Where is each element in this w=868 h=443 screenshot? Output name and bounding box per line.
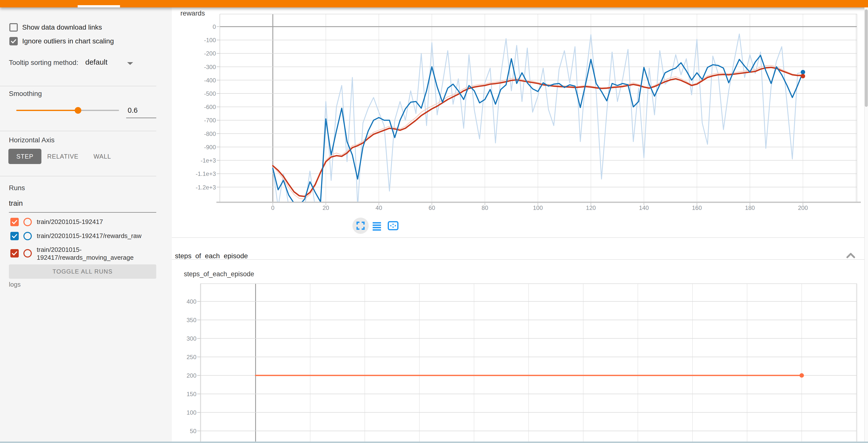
divider [172, 237, 864, 238]
top-toolbar [0, 0, 868, 7]
chart-toolbar [352, 217, 401, 234]
horizontal-axis-label: Horizontal Axis [9, 136, 55, 144]
rewards-plot-area[interactable] [220, 14, 857, 202]
run-row-2[interactable]: train/20201015-192417/rewards_raw [10, 232, 161, 240]
ignore-outliers-row[interactable]: Ignore outliers in chart scaling [9, 37, 114, 46]
axis-relative-button[interactable]: RELATIVE [47, 149, 79, 164]
check-icon [11, 219, 18, 225]
expand-chart-button[interactable] [352, 217, 369, 234]
divider [0, 131, 156, 131]
run-label: train/20201015-192417/rewards_moving_ave… [37, 246, 161, 262]
window-bottom-edge [0, 442, 868, 443]
show-data-download-links-checkbox[interactable] [9, 23, 18, 32]
smoothing-label: Smoothing [9, 90, 42, 98]
run-label: train/20201015-192417/rewards_raw [37, 232, 161, 240]
check-icon [11, 250, 18, 257]
fit-domain-button[interactable] [385, 217, 401, 234]
run-checkbox[interactable] [10, 218, 19, 226]
checkbox-label: Ignore outliers in chart scaling [22, 37, 114, 45]
chevron-up-icon [846, 252, 856, 259]
divider [0, 86, 156, 86]
tooltip-sorting-select[interactable]: default [85, 58, 107, 66]
toggle-all-runs-button[interactable]: TOGGLE ALL RUNS [9, 264, 156, 279]
tensorboard-app: Show data download links Ignore outliers… [0, 0, 868, 443]
smoothing-value-field[interactable]: 0.6 [126, 106, 158, 114]
run-color-radio[interactable] [23, 232, 32, 240]
run-row-1[interactable]: train/20201015-192417 [10, 218, 161, 226]
input-underline [9, 212, 156, 213]
run-checkbox[interactable] [10, 249, 19, 258]
active-tab-indicator [78, 5, 120, 7]
settings-sidebar: Show data download links Ignore outliers… [0, 7, 172, 443]
slider-fill [16, 110, 78, 111]
check-icon [10, 38, 17, 45]
smoothing-slider-handle[interactable] [75, 107, 81, 114]
steps-chart-title: steps_of_each_episode [184, 270, 254, 278]
show-data-download-links-row[interactable]: Show data download links [9, 23, 102, 32]
checkbox-label: Show data download links [22, 24, 102, 31]
check-icon [11, 233, 18, 239]
scrollbar-thumb[interactable] [865, 9, 868, 107]
run-color-radio[interactable] [23, 218, 32, 226]
runs-table-button[interactable] [369, 217, 385, 234]
logdir-label: logs [9, 281, 21, 288]
collapse-section-button[interactable] [845, 250, 857, 261]
axis-wall-button[interactable]: WALL [87, 149, 118, 164]
expand-icon [355, 221, 366, 231]
page-scrollbar[interactable] [864, 7, 868, 443]
ignore-outliers-checkbox[interactable] [9, 37, 18, 46]
divider [172, 259, 864, 260]
steps-plot-area[interactable] [200, 284, 857, 443]
fit-domain-icon [388, 220, 399, 231]
chevron-down-icon[interactable] [127, 62, 133, 65]
axis-step-button[interactable]: STEP [8, 149, 41, 164]
divider [0, 176, 156, 176]
run-row-3[interactable]: train/20201015-192417/rewards_moving_ave… [10, 246, 161, 262]
run-checkbox[interactable] [10, 232, 19, 240]
rewards-chart-title: rewards [180, 9, 205, 17]
run-color-radio[interactable] [23, 249, 32, 258]
run-filter-input[interactable] [9, 199, 147, 207]
data-table-icon [371, 220, 382, 231]
runs-label: Runs [9, 184, 25, 192]
steps-section-header[interactable]: steps_of_each_episode [172, 245, 864, 267]
run-label: train/20201015-192417 [37, 218, 161, 226]
smoothing-slider[interactable] [16, 110, 119, 111]
input-underline [126, 118, 156, 118]
tooltip-sorting-label: Tooltip sorting method: [9, 59, 79, 67]
section-title: steps_of_each_episode [175, 252, 248, 260]
